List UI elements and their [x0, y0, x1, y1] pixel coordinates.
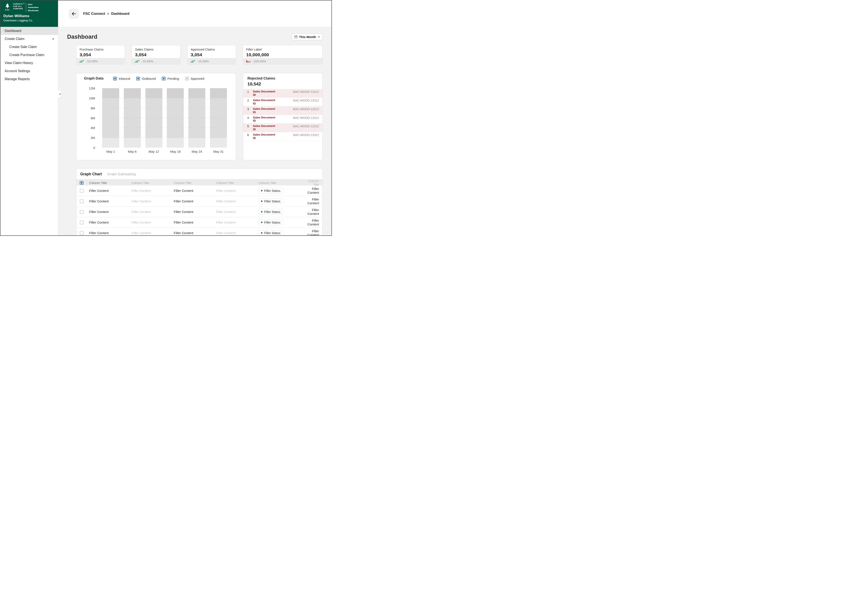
- stat-card-filler-label: Filler Label10,000,000-105.59%: [243, 45, 323, 64]
- table-row: Filler ContentFiller ContentFiller Conte…: [76, 228, 322, 235]
- column-header[interactable]: Column Title: [131, 181, 174, 185]
- status-dot-icon: [261, 222, 262, 223]
- breadcrumb-item-dashboard[interactable]: Dashboard: [111, 12, 129, 16]
- row-checkbox[interactable]: [80, 200, 84, 203]
- table-cell: Filler Content: [303, 208, 319, 216]
- topbar: FSC Connect › Dashboard: [58, 0, 331, 27]
- fsc-wordmark: FSC: [5, 9, 10, 11]
- stat-delta: -105.59%: [252, 60, 266, 63]
- table-subtitle: Graph Subheading: [107, 172, 136, 176]
- rejected-row: 1Sales Document IDBAC-WOOD-12012: [243, 89, 322, 98]
- sidebar-item-create-purchase-claim[interactable]: Create Purchase Claim: [0, 51, 58, 59]
- rejected-row: 4Sales Document IDBAC-WOOD-12012: [243, 115, 322, 124]
- graph-data-card: Graph Data InboundOutboundPendingApprove…: [76, 73, 236, 160]
- rejected-index: 3: [243, 107, 253, 111]
- rejected-index: 2: [243, 99, 253, 102]
- checkbox-icon: [113, 77, 117, 80]
- stat-card-purchase-claims: Purchase Claims3,054-15.59%: [76, 45, 125, 64]
- rejected-row: 5Sales Document IDBAC-WOOD-12012: [243, 124, 322, 132]
- table-row: Filler ContentFiller ContentFiller Conte…: [76, 217, 322, 228]
- table-cell: Filler Content: [89, 210, 131, 214]
- table-cell: Filler Content: [131, 210, 174, 214]
- table-cell: Filler Content: [174, 210, 216, 214]
- status-dot-icon: [261, 190, 262, 192]
- sidebar-item-account-settings[interactable]: Account Settings: [0, 67, 58, 75]
- gridline: [102, 118, 227, 118]
- sidebar-item-dashboard[interactable]: Dashboard: [0, 27, 58, 35]
- rejected-label: Sales Document ID: [253, 90, 279, 97]
- status-badge: Filler Status: [259, 230, 283, 235]
- column-header[interactable]: Column Title: [89, 181, 131, 185]
- x-axis-label: May 12: [145, 150, 162, 153]
- row-checkbox[interactable]: [80, 220, 84, 225]
- app-window: FSC FORESTS FOR ALL FOREVER ® Next Gener…: [0, 0, 332, 236]
- legend-item-pending[interactable]: Pending: [162, 77, 179, 80]
- column-header[interactable]: Column Title: [216, 181, 259, 185]
- sidebar-item-view-claim-history[interactable]: View Claim History: [0, 59, 58, 67]
- stat-value: 3,054: [191, 52, 233, 57]
- table-cell: Filler Content: [89, 231, 131, 235]
- y-tick-label: 4M: [91, 126, 95, 130]
- tagline-line: FOREVER: [13, 8, 23, 10]
- header-checkbox[interactable]: [80, 181, 84, 185]
- back-button[interactable]: [69, 9, 79, 19]
- checkbox-check-icon: [186, 78, 188, 79]
- sidebar-item-manage-reports[interactable]: Manage Reports: [0, 75, 58, 83]
- sidebar-item-label: Create Claim: [5, 37, 24, 41]
- trend-down-icon: [246, 60, 251, 63]
- sidebar-item-label: Create Purchase Claim: [9, 53, 44, 57]
- graph-legend: InboundOutboundPendingApproved: [113, 77, 204, 80]
- rejected-code: BAC-WOOD-12012: [293, 133, 319, 137]
- row-checkbox[interactable]: [80, 189, 84, 193]
- bar-segment-bottom: [124, 138, 141, 148]
- legend-item-inbound[interactable]: Inbound: [113, 77, 130, 80]
- x-axis-label: May 31: [210, 150, 227, 153]
- stat-value: 10,000,000: [246, 52, 319, 57]
- rejected-row: 6Sales Document IDBAC-WOOD-12012: [243, 132, 322, 141]
- rejected-claims-value: 10,542: [243, 82, 322, 86]
- sidebar-item-create-claim[interactable]: Create Claim▾: [0, 35, 58, 43]
- main-area: FSC Connect › Dashboard Dashboard This M…: [58, 0, 331, 235]
- x-axis-label: May 6: [124, 150, 141, 153]
- table-cell: Filler Content: [216, 200, 259, 203]
- rejected-label: Sales Document ID: [253, 99, 279, 105]
- arrow-left-icon: [71, 12, 76, 16]
- bar-segment-top: [145, 88, 162, 98]
- row-checkbox[interactable]: [80, 210, 84, 214]
- user-name: Dylan Williams: [3, 14, 55, 18]
- rejected-code: BAC-WOOD-12012: [293, 124, 319, 128]
- rejected-code: BAC-WOOD-12012: [293, 90, 319, 93]
- table-cell: Filler Content: [174, 200, 216, 203]
- sidebar-item-label: Create Sale Claim: [9, 45, 37, 49]
- chevron-down-icon: ▾: [52, 38, 54, 40]
- table-cell: Filler Content: [131, 231, 174, 235]
- chevron-down-icon: [318, 36, 320, 38]
- y-tick-label: 2M: [91, 136, 95, 140]
- bar-segment-bottom: [145, 138, 162, 148]
- rejected-claims-title: Rejected Claims: [243, 76, 322, 80]
- rejected-row: 3Sales Document IDBAC-WOOD-12012: [243, 106, 322, 115]
- checkbox-icon: [162, 77, 166, 80]
- graph-title: Graph Data: [84, 76, 104, 80]
- sidebar-item-label: Dashboard: [5, 29, 21, 33]
- stat-delta: -15.59%: [197, 60, 209, 63]
- legend-item-approved[interactable]: Approved: [185, 77, 204, 80]
- table-cell: Filler Content: [174, 189, 216, 193]
- column-header[interactable]: Column Title: [303, 179, 319, 186]
- rejected-label: Sales Document ID: [253, 124, 279, 131]
- x-axis-label: May 18: [167, 150, 184, 153]
- sidebar-item-create-sale-claim[interactable]: Create Sale Claim: [0, 43, 58, 51]
- table-cell: Filler Content: [89, 220, 131, 225]
- bar-chart: 12M10M8M6M4M2M0 May 1May 6May 12May 18Ma…: [76, 80, 236, 153]
- sidebar-collapse-handle[interactable]: ◀: [58, 90, 61, 98]
- period-filter-select[interactable]: This Month: [292, 34, 323, 40]
- collapse-icon: ◀: [59, 93, 60, 95]
- trend-up-icon: [80, 60, 84, 63]
- legend-item-outbound[interactable]: Outbound: [136, 77, 156, 80]
- breadcrumb-item-fsc-connect[interactable]: FSC Connect: [83, 12, 105, 16]
- column-header[interactable]: Column Title: [259, 181, 303, 185]
- column-header[interactable]: Column Title: [174, 181, 216, 185]
- status-dot-icon: [261, 201, 262, 202]
- y-tick-label: 8M: [91, 106, 95, 110]
- row-checkbox[interactable]: [80, 231, 84, 235]
